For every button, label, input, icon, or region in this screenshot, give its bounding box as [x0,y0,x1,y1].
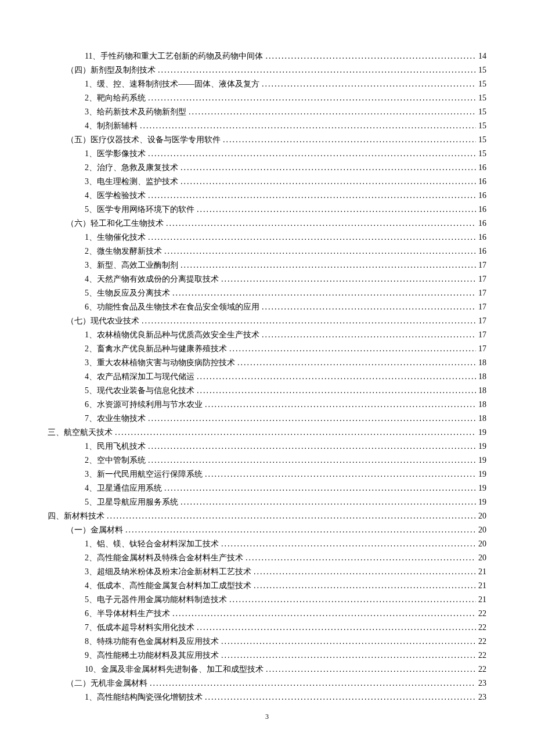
toc-entry[interactable]: 1、缓、控、速释制剂技术——固体、液体及复方15 [85,77,486,91]
toc-title: 8、特殊功能有色金属材料及应用技术 [85,635,219,649]
toc-title: 2、靶向给药系统 [85,91,146,105]
toc-entry[interactable]: 4、农产品精深加工与现代储运18 [85,370,486,384]
toc-leader-dots [266,663,476,676]
toc-page-number: 19 [478,426,486,440]
toc-leader-dots [262,300,476,314]
toc-entry[interactable]: 3、重大农林植物灾害与动物疫病防控技术18 [85,356,486,370]
toc-leader-dots [254,565,476,579]
toc-entry[interactable]: 3、给药新技术及药物新剂型15 [85,105,486,119]
toc-entry[interactable]: 2、靶向给药系统15 [85,91,486,105]
toc-entry[interactable]: 1、高性能结构陶瓷强化增韧技术23 [85,690,486,704]
toc-entry[interactable]: 10、金属及非金属材料先进制备、加工和成型技术22 [85,663,486,676]
toc-title: 4、农产品精深加工与现代储运 [85,370,194,384]
toc-entry[interactable]: 三、航空航天技术19 [48,426,486,440]
toc-entry[interactable]: 2、微生物发酵新技术16 [85,244,486,258]
toc-entry[interactable]: 5、医学专用网络环境下的软件16 [85,203,486,217]
toc-entry[interactable]: （五）医疗仪器技术、设备与医学专用软件15 [66,133,486,147]
toc-leader-dots [148,231,476,244]
toc-leader-dots [197,370,476,384]
toc-entry[interactable]: 1、铝、镁、钛轻合金材料深加工技术20 [85,537,486,551]
toc-leader-dots [189,105,476,119]
toc-entry[interactable]: 3、新型、高效工业酶制剂17 [85,258,486,272]
toc-entry[interactable]: 6、水资源可持续利用与节水农业18 [85,398,486,412]
toc-entry[interactable]: 7、农业生物技术18 [85,412,486,426]
toc-entry[interactable]: （一）金属材料20 [66,523,486,537]
toc-leader-dots [172,607,476,621]
toc-entry[interactable]: 9、高性能稀土功能材料及其应用技术22 [85,649,486,663]
toc-entry[interactable]: 3、电生理检测、监护技术16 [85,175,486,189]
toc-entry[interactable]: 5、卫星导航应用服务系统19 [85,495,486,509]
toc-page-number: 19 [478,495,486,509]
toc-entry[interactable]: （六）轻工和化工生物技术16 [66,217,486,231]
toc-leader-dots [142,314,476,328]
toc-page-number: 20 [478,551,486,565]
toc-title: 2、治疗、急救及康复技术 [85,161,178,175]
toc-leader-dots [221,649,476,663]
toc-entry[interactable]: 6、功能性食品及生物技术在食品安全领域的应用17 [85,300,486,314]
toc-title: 3、给药新技术及药物新剂型 [85,105,186,119]
toc-page-number: 18 [478,398,486,412]
toc-title: （二）无机非金属材料 [66,676,147,690]
toc-leader-dots [140,119,476,133]
toc-title: 2、畜禽水产优良新品种与健康养殖技术 [85,342,227,356]
toc-entry[interactable]: （四）新剂型及制剂技术15 [66,63,486,77]
toc-page-number: 22 [478,621,486,635]
toc-page-number: 17 [478,286,486,300]
toc-title: 1、民用飞机技术 [85,440,146,453]
toc-page-number: 15 [478,119,486,133]
toc-entry[interactable]: 四、新材料技术20 [48,509,486,523]
toc-entry[interactable]: 4、制剂新辅料15 [85,119,486,133]
toc-title: 7、低成本超导材料实用化技术 [85,621,194,635]
toc-entry[interactable]: 2、高性能金属材料及特殊合金材料生产技术20 [85,551,486,565]
toc-page-number: 23 [478,690,486,704]
toc-page-number: 20 [478,523,486,537]
toc-leader-dots [221,537,476,551]
toc-entry[interactable]: （二）无机非金属材料23 [66,676,486,690]
toc-title: 4、天然产物有效成份的分离提取技术 [85,272,219,286]
toc-entry[interactable]: 3、超细及纳米粉体及粉末冶金新材料工艺技术21 [85,565,486,579]
toc-entry[interactable]: 4、医学检验技术16 [85,189,486,203]
toc-entry[interactable]: 1、农林植物优良新品种与优质高效安全生产技术17 [85,328,486,342]
toc-entry[interactable]: 1、生物催化技术16 [85,231,486,244]
toc-title: （四）新剂型及制剂技术 [66,63,156,77]
toc-entry[interactable]: 5、电子元器件用金属功能材料制造技术21 [85,593,486,607]
toc-page-number: 22 [478,607,486,621]
toc-title: 6、功能性食品及生物技术在食品安全领域的应用 [85,300,259,314]
toc-title: 6、水资源可持续利用与节水农业 [85,398,203,412]
toc-entry[interactable]: 2、空中管制系统19 [85,453,486,467]
toc-leader-dots [181,175,476,189]
toc-entry[interactable]: 1、民用飞机技术19 [85,440,486,453]
toc-title: 9、高性能稀土功能材料及其应用技术 [85,649,219,663]
toc-entry[interactable]: 4、低成本、高性能金属复合材料加工成型技术21 [85,579,486,593]
toc-leader-dots [125,523,476,537]
toc-title: 3、新型、高效工业酶制剂 [85,258,178,272]
toc-entry[interactable]: 5、现代农业装备与信息化技术18 [85,384,486,398]
toc-entry[interactable]: （七）现代农业技术17 [66,314,486,328]
toc-page-number: 22 [478,649,486,663]
toc-entry[interactable]: 3、新一代民用航空运行保障系统19 [85,467,486,481]
toc-entry[interactable]: 5、生物反应及分离技术17 [85,286,486,300]
toc-page-number: 15 [478,133,486,147]
toc-title: 1、农林植物优良新品种与优质高效安全生产技术 [85,328,259,342]
toc-entry[interactable]: 2、畜禽水产优良新品种与健康养殖技术17 [85,342,486,356]
toc-entry[interactable]: 11、手性药物和重大工艺创新的药物及药物中间体14 [85,49,486,63]
toc-page-number: 16 [478,217,486,231]
toc-entry[interactable]: 2、治疗、急救及康复技术16 [85,161,486,175]
toc-page-number: 17 [478,342,486,356]
toc-page-number: 17 [478,328,486,342]
toc-entry[interactable]: 4、卫星通信应用系统19 [85,481,486,495]
toc-title: （七）现代农业技术 [66,314,139,328]
toc-title: 6、半导体材料生产技术 [85,607,170,621]
toc-entry[interactable]: 8、特殊功能有色金属材料及应用技术22 [85,635,486,649]
toc-entry[interactable]: 4、天然产物有效成份的分离提取技术17 [85,272,486,286]
toc-entry[interactable]: 1、医学影像技术15 [85,147,486,161]
toc-title: 2、高性能金属材料及特殊合金材料生产技术 [85,551,243,565]
toc-leader-dots [158,63,476,77]
toc-title: 5、现代农业装备与信息化技术 [85,384,194,398]
toc-page-number: 17 [478,300,486,314]
toc-page-number: 17 [478,314,486,328]
toc-leader-dots [148,189,476,203]
toc-entry[interactable]: 6、半导体材料生产技术22 [85,607,486,621]
toc-entry[interactable]: 7、低成本超导材料实用化技术22 [85,621,486,635]
toc-title: 1、缓、控、速释制剂技术——固体、液体及复方 [85,77,259,91]
